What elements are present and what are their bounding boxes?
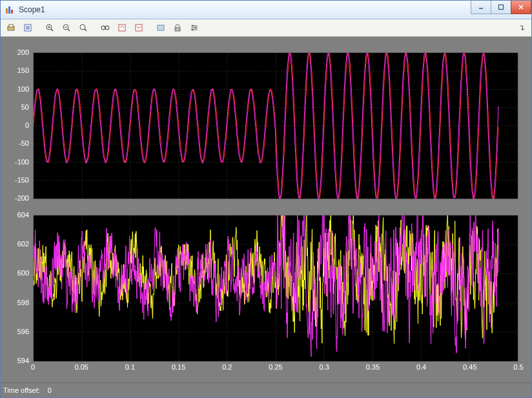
signal-selection-button[interactable]	[187, 20, 202, 35]
x-tick-label: 0.2	[222, 363, 232, 371]
y-tick-label: -200	[15, 194, 29, 202]
x-tick-label: 0	[31, 363, 35, 371]
y-tick-label: 596	[17, 328, 29, 335]
svg-rect-27	[158, 25, 164, 30]
y-tick-label: 200	[17, 48, 29, 56]
svg-point-33	[195, 27, 197, 29]
print-button[interactable]	[3, 20, 19, 35]
y-tick-label: 100	[17, 85, 29, 93]
scope-window: Scope1 ↴ -200-150-100-50050100150200 594…	[0, 0, 532, 398]
close-button[interactable]	[511, 1, 531, 14]
y-tick-label: 604	[17, 211, 29, 219]
y-tick-label: -100	[15, 158, 29, 166]
time-offset-label: Time offset:	[3, 386, 40, 394]
x-tick-label: 0.4	[416, 363, 426, 371]
parameters-button[interactable]	[20, 20, 36, 35]
autoscale-button[interactable]	[97, 20, 113, 35]
svg-point-20	[80, 25, 85, 30]
y-axis-labels-top: -200-150-100-50050100150200	[1, 52, 32, 198]
x-tick-label: 0.1	[125, 363, 135, 371]
svg-line-21	[85, 29, 87, 31]
svg-rect-26	[136, 25, 142, 31]
time-offset-value: 0	[48, 386, 52, 394]
lock-axes-button[interactable]	[170, 20, 185, 35]
x-tick-label: 0.5	[513, 363, 523, 371]
svg-rect-28	[175, 28, 180, 31]
y-tick-label: 150	[17, 66, 29, 74]
zoom-out-button[interactable]	[59, 20, 74, 35]
axes-2[interactable]	[33, 215, 518, 362]
svg-rect-1	[8, 6, 10, 14]
x-tick-label: 0.25	[269, 363, 282, 371]
status-bar: Time offset: 0	[1, 383, 531, 397]
zoom-x-button[interactable]	[76, 20, 91, 35]
svg-line-18	[68, 29, 70, 31]
y-tick-label: 602	[17, 240, 29, 248]
svg-rect-8	[9, 25, 13, 27]
y-tick-label: 0	[25, 121, 29, 129]
y-axis-labels-bottom: 594596598600602604	[1, 215, 32, 361]
window-title: Scope1	[19, 5, 45, 14]
svg-point-32	[192, 25, 194, 27]
x-tick-label: 0.45	[463, 363, 476, 371]
app-icon	[5, 5, 15, 15]
y-tick-label: 594	[17, 357, 29, 364]
toolbar-menu-icon[interactable]: ↴	[518, 23, 529, 32]
y-tick-label: -50	[19, 139, 29, 147]
y-tick-label: 50	[21, 103, 29, 111]
window-controls	[471, 1, 531, 14]
titlebar: Scope1	[1, 1, 531, 19]
x-tick-label: 0.3	[320, 363, 329, 371]
scope-content: -200-150-100-50050100150200 594596598600…	[1, 37, 531, 397]
save-axes-button[interactable]	[114, 20, 130, 35]
svg-rect-4	[499, 5, 504, 10]
y-tick-label: 598	[17, 299, 29, 306]
x-tick-label: 0.35	[366, 363, 380, 371]
svg-line-14	[51, 29, 53, 31]
x-axis-labels: 00.050.10.150.20.250.30.350.40.450.5	[33, 363, 518, 373]
minimize-button[interactable]	[471, 1, 491, 14]
floating-scope-button[interactable]	[153, 20, 169, 35]
x-tick-label: 0.05	[74, 363, 88, 371]
svg-point-34	[192, 29, 194, 31]
zoom-in-button[interactable]	[42, 20, 57, 35]
svg-rect-2	[11, 10, 13, 14]
restore-axes-button[interactable]	[131, 20, 147, 35]
y-tick-label: -150	[15, 176, 29, 184]
maximize-button[interactable]	[491, 1, 511, 14]
toolbar: ↴	[1, 19, 531, 37]
svg-rect-0	[6, 8, 8, 14]
x-tick-label: 0.15	[172, 363, 185, 371]
axes-1[interactable]	[33, 52, 518, 199]
y-tick-label: 600	[17, 269, 29, 277]
